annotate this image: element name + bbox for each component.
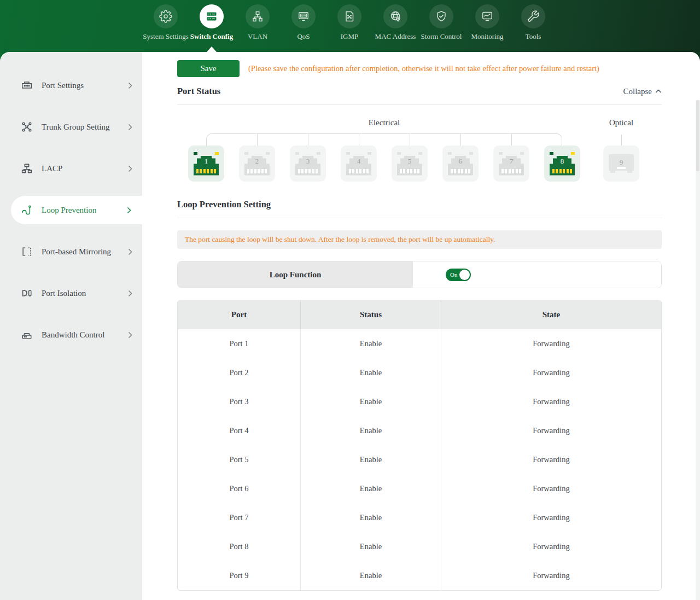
nav-label: Tools bbox=[526, 32, 541, 41]
nav-item-qos[interactable]: QOS QoS bbox=[281, 4, 326, 52]
cell-status: Enable bbox=[301, 358, 441, 387]
loop-function-label: Loop Function bbox=[178, 261, 413, 288]
switch-icon bbox=[200, 4, 224, 28]
qos-monitor-icon: QOS bbox=[291, 4, 316, 28]
nav-item-igmp[interactable]: IGMP bbox=[326, 4, 372, 52]
vlan-topology-icon bbox=[246, 4, 270, 28]
port-tile-3[interactable]: 3 bbox=[290, 145, 326, 182]
port-number: 3 bbox=[295, 157, 320, 166]
sidebar-item-lacp[interactable]: LACP bbox=[0, 148, 142, 189]
rj45-icon: 3 bbox=[295, 156, 320, 176]
nav-item-system-settings[interactable]: System Settings bbox=[143, 4, 189, 52]
table-row: Port 7 Enable Forwarding bbox=[178, 503, 661, 532]
rj45-icon: 6 bbox=[448, 156, 473, 176]
port-led bbox=[550, 152, 553, 155]
sidebar: Port Settings Trunk Group Setting bbox=[0, 52, 142, 600]
sidebar-item-port-settings[interactable]: Port Settings bbox=[0, 65, 142, 106]
nav-item-vlan[interactable]: VLAN bbox=[235, 4, 281, 52]
cell-state: Forwarding bbox=[441, 416, 661, 445]
sfp-foot bbox=[627, 171, 632, 173]
port-led bbox=[571, 152, 575, 155]
sidebar-item-bandwidth-control[interactable]: Bandwidth Control bbox=[0, 314, 142, 356]
mirroring-icon bbox=[21, 246, 33, 258]
cell-state: Forwarding bbox=[441, 532, 661, 561]
rj45-icon: 1 bbox=[194, 156, 219, 176]
rj45-icon: 8 bbox=[550, 156, 575, 176]
sidebar-item-trunk-group-setting[interactable]: Trunk Group Setting bbox=[0, 106, 142, 148]
cell-status: Enable bbox=[301, 445, 441, 474]
port-number: 8 bbox=[550, 157, 575, 166]
port-tile-1[interactable]: 1 bbox=[188, 145, 224, 182]
cell-port: Port 5 bbox=[178, 445, 301, 474]
port-number: 2 bbox=[244, 157, 270, 166]
port-tile-5[interactable]: 5 bbox=[392, 145, 428, 182]
sidebar-item-label: Port Isolation bbox=[42, 289, 86, 298]
port-led bbox=[317, 152, 320, 155]
sidebar-item-label: LACP bbox=[42, 164, 62, 173]
port-tile-7[interactable]: 7 bbox=[493, 145, 529, 182]
nav-item-switch-config[interactable]: Switch Config bbox=[189, 4, 235, 52]
sfp-foot bbox=[610, 171, 615, 173]
svg-text:QOS: QOS bbox=[301, 14, 306, 17]
toggle-knob bbox=[459, 270, 470, 280]
cell-state: Forwarding bbox=[441, 561, 661, 590]
table-row: Port 4 Enable Forwarding bbox=[178, 416, 661, 445]
port-led bbox=[448, 152, 452, 155]
sidebar-item-label: Trunk Group Setting bbox=[42, 123, 109, 132]
nav-item-storm-control[interactable]: Storm Control bbox=[418, 4, 464, 52]
nav-item-tools[interactable]: Tools bbox=[510, 4, 556, 52]
port-status-title: Port Status bbox=[177, 86, 220, 97]
port-icon bbox=[21, 79, 33, 91]
chevron-right-icon bbox=[128, 331, 132, 339]
chevron-right-icon bbox=[127, 207, 131, 214]
nav-label: MAC Address bbox=[375, 32, 416, 41]
port-tile-6[interactable]: 6 bbox=[442, 145, 479, 182]
cell-port: Port 9 bbox=[178, 561, 301, 590]
cell-state: Forwarding bbox=[441, 503, 661, 532]
nav-label: Monitoring bbox=[471, 32, 503, 41]
cell-port: Port 7 bbox=[178, 503, 301, 532]
main-content: Save (Please save the configuration afte… bbox=[142, 52, 700, 600]
sidebar-item-port-based-mirroring[interactable]: Port-based Mirroring bbox=[0, 231, 142, 272]
table-header-row: Port Status State bbox=[178, 300, 661, 329]
collapse-toggle[interactable]: Collapse bbox=[623, 87, 662, 96]
port-led bbox=[215, 152, 219, 155]
rj45-icon: 7 bbox=[499, 156, 524, 176]
bracket-tick bbox=[410, 133, 410, 145]
scrollbar-thumb[interactable] bbox=[696, 100, 699, 171]
sidebar-item-loop-prevention[interactable]: Loop Prevention bbox=[0, 189, 142, 231]
col-header-state: State bbox=[441, 300, 661, 329]
port-tile-2[interactable]: 2 bbox=[239, 145, 275, 182]
cell-state: Forwarding bbox=[441, 358, 661, 387]
optical-tick bbox=[621, 135, 622, 145]
port-led bbox=[418, 152, 422, 155]
port-led bbox=[397, 152, 401, 155]
table-row: Port 6 Enable Forwarding bbox=[178, 474, 661, 503]
cell-port: Port 1 bbox=[178, 329, 301, 358]
globe-pin-icon bbox=[383, 4, 407, 28]
port-tile-9[interactable]: 9 bbox=[603, 145, 639, 182]
wrench-icon bbox=[521, 4, 545, 28]
bracket-tick bbox=[511, 133, 512, 145]
cell-status: Enable bbox=[301, 387, 441, 416]
port-number: 5 bbox=[397, 157, 422, 166]
gear-icon bbox=[154, 4, 178, 28]
nav-item-mac-address[interactable]: MAC Address bbox=[372, 4, 418, 52]
sidebar-item-port-isolation[interactable]: Port Isolation bbox=[0, 272, 142, 314]
port-led bbox=[469, 152, 473, 155]
table-row: Port 9 Enable Forwarding bbox=[178, 561, 661, 590]
chevron-right-icon bbox=[128, 82, 132, 89]
port-led bbox=[194, 152, 197, 155]
port-tile-8[interactable]: 8 bbox=[544, 145, 580, 182]
nav-item-monitoring[interactable]: Monitoring bbox=[464, 4, 510, 52]
col-header-status: Status bbox=[301, 300, 441, 329]
scrollbar[interactable] bbox=[696, 100, 700, 600]
save-button[interactable]: Save bbox=[177, 60, 240, 77]
loop-function-toggle[interactable]: On bbox=[446, 269, 471, 281]
chevron-right-icon bbox=[128, 124, 132, 131]
chevron-right-icon bbox=[128, 248, 132, 255]
sidebar-item-label: Port-based Mirroring bbox=[42, 247, 111, 257]
sidebar-item-label: Bandwidth Control bbox=[42, 330, 104, 340]
port-tile-4[interactable]: 4 bbox=[341, 145, 377, 182]
electrical-group-label: Electrical bbox=[206, 118, 562, 127]
